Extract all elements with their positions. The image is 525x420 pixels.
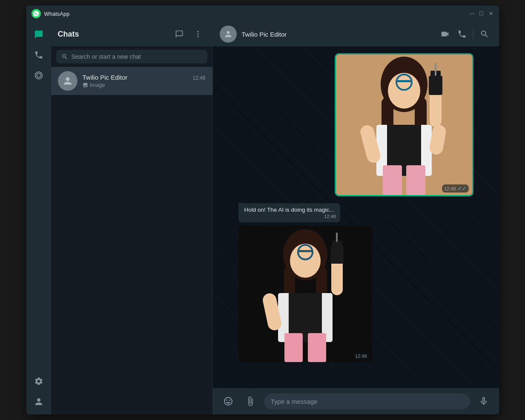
search-input[interactable] [72,53,202,60]
message-out-image: 12:48 ✓✓ [335,53,473,196]
incoming-image-placeholder: 12:48 [238,226,373,362]
outgoing-image-meta: 12:48 ✓✓ [442,184,469,193]
nav-rail [26,22,51,414]
msg-time-in2: 12:48 [355,354,367,359]
voice-call-button[interactable] [454,26,470,42]
svg-point-25 [290,244,321,278]
nav-settings[interactable] [30,373,47,390]
sidebar-actions [172,26,206,42]
sidebar: Chats [51,22,213,414]
svg-rect-34 [336,233,338,242]
incoming-image-wrap: 12:48 [238,226,373,362]
chat-info-top: Twilio Pic Editor 12:48 [83,74,206,81]
svg-rect-11 [383,165,402,195]
msg-time-in: 12:48 [324,214,336,219]
chat-list: Twilio Pic Editor 12:48 Image [51,67,212,414]
svg-rect-32 [330,245,344,264]
outgoing-image-placeholder: 12:48 ✓✓ [336,55,472,195]
chat-header: Twilio Pic Editor [213,22,499,46]
app-body: Chats [26,22,499,414]
chat-panel: Twilio Pic Editor [213,22,499,414]
whatsapp-logo-icon [32,9,41,18]
search-icon [61,53,68,60]
nav-chats[interactable] [30,26,47,43]
chat-header-name: Twilio Pic Editor [242,31,432,38]
titlebar: WhatsApp — ☐ ✕ [26,6,499,22]
svg-rect-36 [298,250,313,252]
attach-button[interactable] [242,393,259,410]
sidebar-title: Chats [58,30,79,39]
svg-rect-16 [429,76,442,95]
chat-avatar-twilio [58,71,77,91]
nav-calls[interactable] [30,46,47,63]
chat-item-twilio[interactable]: Twilio Pic Editor 12:48 Image [51,67,212,95]
nav-status[interactable] [30,67,47,84]
message-in-text: Hold on! The AI is doing its magic... 12… [238,203,340,222]
emoji-button[interactable] [220,393,237,410]
voice-message-button[interactable] [475,393,492,410]
image-icon [83,82,88,88]
nav-profile[interactable] [30,393,47,410]
svg-point-1 [197,31,198,32]
incoming-image-meta: 12:48 [353,353,369,360]
video-call-button[interactable] [437,26,453,42]
chat-header-actions [437,26,492,42]
new-chat-button[interactable] [172,26,187,42]
nav-rail-bottom [30,373,47,410]
svg-rect-12 [406,165,425,195]
nav-rail-top [30,26,47,373]
window-controls: — ☐ ✕ [469,11,494,17]
text-msg-wrap: Hold on! The AI is doing its magic... 12… [241,205,338,220]
search-bar [51,46,212,67]
text-bubble: Hold on! The AI is doing its magic... 12… [238,203,340,222]
svg-rect-20 [396,80,412,82]
svg-point-2 [197,33,198,35]
menu-button[interactable] [190,26,206,42]
input-bar [213,388,499,414]
chat-name: Twilio Pic Editor [83,74,128,81]
titlebar-app-name: WhatsApp [44,11,469,17]
app-window: WhatsApp — ☐ ✕ [26,6,499,414]
svg-point-3 [197,36,198,37]
msg-meta-in: 12:48 [241,214,338,220]
sidebar-header: Chats [51,22,212,46]
message-text: Hold on! The AI is doing its magic... [241,205,338,214]
chat-search-button[interactable] [477,26,492,42]
svg-rect-18 [435,63,436,76]
maximize-button[interactable]: ☐ [479,11,485,17]
chat-info-twilio: Twilio Pic Editor 12:48 Image [83,74,206,88]
chat-header-avatar [220,26,237,43]
chat-last-message: Image [83,82,206,88]
chat-time: 12:48 [192,75,205,81]
svg-rect-28 [284,333,303,362]
message-input[interactable] [264,394,470,409]
close-button[interactable]: ✕ [488,11,494,17]
search-input-wrap[interactable] [56,50,207,63]
header-divider [473,29,473,39]
minimize-button[interactable]: — [469,11,475,17]
msg-time-out: 12:48 [444,186,456,191]
svg-rect-29 [308,333,326,362]
message-in-image: 12:48 [238,226,373,362]
messages-area: 12:48 ✓✓ Hold on! The AI is doing its ma… [213,46,499,388]
msg-tick: ✓✓ [457,185,467,192]
